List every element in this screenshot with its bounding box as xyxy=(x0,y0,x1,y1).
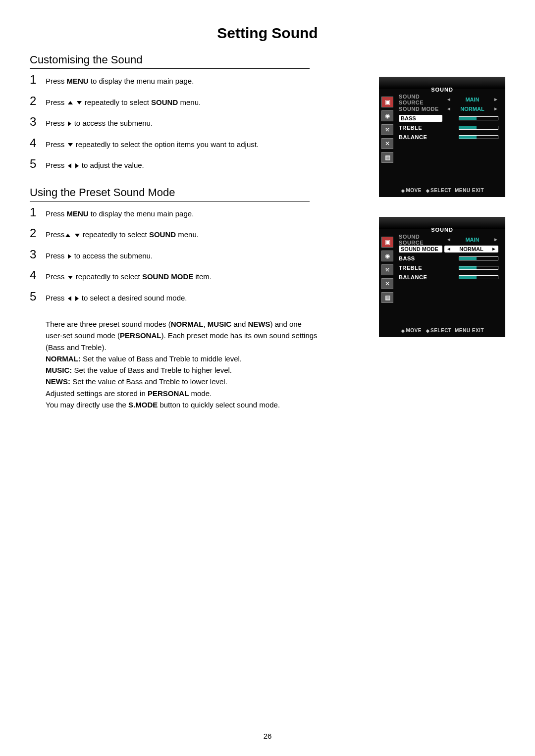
osd-row-sound-mode: SOUND MODE ◄NORMAL► xyxy=(396,104,501,113)
txt: Press xyxy=(46,272,67,281)
left-icon xyxy=(68,163,71,168)
txt: Set the value of Bass and Treble to lowe… xyxy=(70,377,227,386)
up-icon xyxy=(68,101,73,104)
osd-row-sound-source: SOUND SOURCE ◄MAIN► xyxy=(396,95,501,104)
sound-mode-explanation: There are three preset sound modes (NORM… xyxy=(46,318,368,410)
osd-row-treble: TREBLE xyxy=(396,263,501,272)
lbl: BASS xyxy=(399,255,444,261)
txt: repeatedly to select xyxy=(81,230,149,239)
section-2-heading: Using the Preset Sound Mode xyxy=(30,186,310,202)
osd-footer: ◆MOVE ◆SELECT MENU EXIT xyxy=(379,188,505,193)
slider-icon xyxy=(459,126,498,130)
txt: repeatedly to select xyxy=(74,272,142,281)
picture-tab-icon: ▣ xyxy=(381,237,393,248)
slider-icon xyxy=(459,116,498,120)
txt: There are three preset sound modes ( xyxy=(46,320,171,328)
osd-row-treble: TREBLE xyxy=(396,123,501,132)
txt: MOVE xyxy=(406,188,422,193)
bold: NORMAL: xyxy=(46,354,81,363)
pip-tab-icon: ▦ xyxy=(381,152,393,163)
txt: ) and one xyxy=(270,320,302,328)
step-4-text-a: Press xyxy=(46,140,67,149)
bold: MENU xyxy=(67,209,89,218)
step-3-text-a: Press xyxy=(46,119,67,127)
txt: item. xyxy=(193,272,212,281)
bold: S.MODE xyxy=(128,401,158,409)
txt: SELECT xyxy=(430,188,451,193)
txt: Press xyxy=(46,294,67,302)
txt: MOVE xyxy=(406,328,422,333)
right-icon xyxy=(75,163,79,168)
page-number: 26 xyxy=(0,732,535,740)
osd-screenshot-1: SOUND ▣ ◉ ⤱ ✕ ▦ SOUND SOURCE ◄MAIN► SOUN… xyxy=(379,77,505,197)
sound-tab-icon: ◉ xyxy=(381,110,393,121)
step-1-bold-menu: MENU xyxy=(67,77,89,85)
sound-tab-icon: ◉ xyxy=(381,251,393,261)
txt: Adjusted settings are stored in xyxy=(46,389,148,398)
val: MAIN xyxy=(451,237,493,243)
step-1-text-a: Press xyxy=(46,77,67,85)
up-icon xyxy=(65,234,70,237)
txt: Set the value of Bass and Treble to midd… xyxy=(81,354,242,363)
lbl: TREBLE xyxy=(399,125,444,131)
bold: NEWS: xyxy=(46,377,70,386)
slider-icon xyxy=(459,135,498,139)
lbl: SOUND MODE xyxy=(399,106,444,112)
val: NORMAL xyxy=(451,106,493,112)
osd-tab-icons: ▣ ◉ ⤱ ✕ ▦ xyxy=(379,235,396,305)
txt: SELECT xyxy=(430,328,451,333)
osd-title: SOUND xyxy=(379,227,505,233)
lbl: SOUND MODE xyxy=(399,246,442,252)
step-2-text-c: menu. xyxy=(178,98,201,106)
step-2-text-b: repeatedly to select xyxy=(83,98,151,106)
txt: MENU xyxy=(455,188,470,193)
txt: , xyxy=(203,320,207,328)
txt: (Bass and Treble). xyxy=(46,342,368,353)
osd-tab-icons: ▣ ◉ ⤱ ✕ ▦ xyxy=(379,95,396,165)
bold: MUSIC xyxy=(208,320,231,328)
txt: Press xyxy=(46,252,67,260)
txt: to select a desired sound mode. xyxy=(80,294,187,302)
right-icon xyxy=(68,121,71,126)
lbl: BASS xyxy=(399,115,442,122)
osd-row-bass: BASS xyxy=(396,253,501,263)
right-icon xyxy=(68,254,71,259)
step-2-text-a: Press xyxy=(46,98,67,106)
setup-tab-icon: ✕ xyxy=(381,278,393,289)
txt: user-set sound mode ( xyxy=(46,331,120,340)
osd-row-balance: BALANCE xyxy=(396,272,501,282)
left-icon xyxy=(68,296,71,301)
lbl: BALANCE xyxy=(399,274,444,280)
bold: NEWS xyxy=(248,320,270,328)
bold: MUSIC: xyxy=(46,366,72,374)
txt: and xyxy=(231,320,248,328)
txt: to display the menu main page. xyxy=(89,209,194,218)
bold: NORMAL xyxy=(171,320,204,328)
section-1-heading: Customising the Sound xyxy=(30,53,310,69)
down-icon xyxy=(68,276,73,279)
page-title: Setting Sound xyxy=(30,25,505,42)
bold: SOUND MODE xyxy=(142,272,193,281)
slider-icon xyxy=(459,275,498,279)
channel-tab-icon: ⤱ xyxy=(381,124,393,135)
osd-row-sound-mode-highlighted: SOUND MODE ◄NORMAL► xyxy=(396,244,501,253)
txt: EXIT xyxy=(472,328,484,333)
txt: Press xyxy=(46,209,67,218)
txt: ). Each preset mode has its own sound se… xyxy=(161,331,317,340)
setup-tab-icon: ✕ xyxy=(381,138,393,149)
step-5-text-a: Press xyxy=(46,161,67,169)
step-2-bold: SOUND xyxy=(151,98,178,106)
down-icon xyxy=(77,101,82,104)
lbl: SOUND SOURCE xyxy=(399,94,444,105)
lbl: BALANCE xyxy=(399,134,444,140)
txt: menu. xyxy=(176,230,199,239)
osd-screenshot-2: SOUND ▣ ◉ ⤱ ✕ ▦ SOUND SOURCE ◄MAIN► SOUN… xyxy=(379,217,505,337)
osd-title: SOUND xyxy=(379,87,505,93)
osd-row-balance: BALANCE xyxy=(396,132,501,142)
down-icon xyxy=(68,143,73,147)
osd-row-sound-source: SOUND SOURCE ◄MAIN► xyxy=(396,235,501,244)
txt: You may directly use the xyxy=(46,401,128,409)
txt: EXIT xyxy=(472,188,484,193)
txt: Set the value of Bass and Treble to high… xyxy=(72,366,232,374)
txt: mode. xyxy=(189,389,212,398)
